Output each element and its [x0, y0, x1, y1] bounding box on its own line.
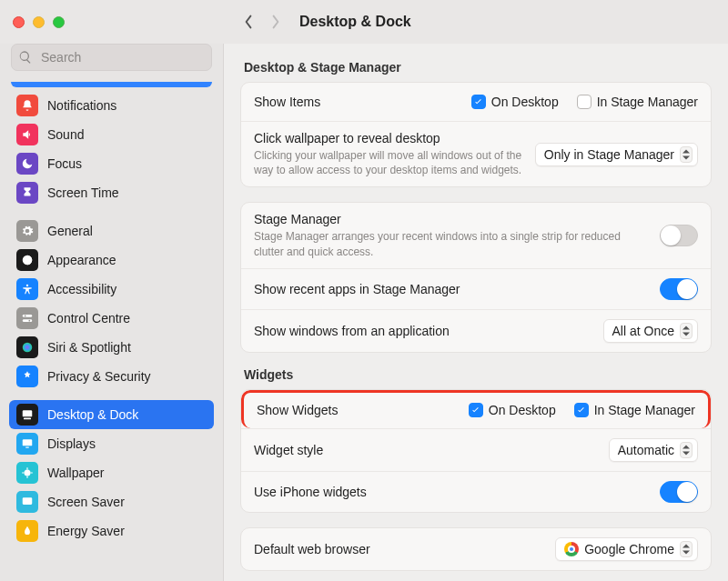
svg-rect-8 — [24, 418, 31, 420]
sidebar-item-desktop-dock[interactable]: Desktop & Dock — [9, 400, 214, 429]
sidebar-item-control-centre[interactable]: Control Centre — [9, 304, 214, 333]
svg-point-6 — [23, 343, 33, 353]
sidebar-item-siri-spotlight[interactable]: Siri & Spotlight — [9, 333, 214, 362]
row-show-widgets: Show Widgets On Desktop In Stage Manager — [241, 390, 711, 428]
bell-icon — [16, 95, 38, 116]
sidebar-item-energy-saver[interactable]: Energy Saver — [9, 516, 214, 546]
label-click-wallpaper: Click wallpaper to reveal desktop — [254, 131, 524, 145]
row-default-browser: Default web browser Google Chrome — [241, 528, 711, 570]
nav-back-button[interactable] — [236, 9, 261, 35]
sidebar-item-appearance[interactable]: Appearance — [9, 245, 214, 275]
checkbox-icon — [469, 403, 483, 417]
sidebar-item-general[interactable]: General — [9, 216, 214, 245]
chrome-icon — [564, 542, 579, 556]
toggle-stage-manager[interactable] — [660, 225, 698, 246]
card-widgets: Show Widgets On Desktop In Stage Manager… — [240, 389, 712, 513]
checkbox-show-items-stage[interactable]: In Stage Manager — [577, 95, 698, 109]
sidebar-item-label: Accessibility — [47, 282, 116, 296]
appearance-icon — [16, 249, 38, 271]
row-show-recent: Show recent apps in Stage Manager — [241, 268, 711, 309]
checkbox-icon — [471, 95, 486, 109]
speaker-icon — [16, 124, 38, 145]
sidebar-scroll[interactable]: NotificationsSoundFocusScreen TimeGenera… — [7, 76, 216, 581]
row-widget-style: Widget style Automatic — [241, 428, 711, 471]
content-area[interactable]: Desktop & Stage Manager Show Items On De… — [224, 44, 728, 581]
card-desktop-stage-1: Show Items On Desktop In Stage Manager C… — [240, 82, 712, 187]
select-default-browser[interactable]: Google Chrome — [555, 537, 698, 561]
select-value: All at Once — [612, 324, 674, 338]
card-browser: Default web browser Google Chrome — [240, 527, 712, 571]
stepper-icon — [680, 442, 693, 458]
wallpaper-icon — [16, 462, 38, 484]
svg-rect-7 — [23, 410, 33, 416]
sidebar-item-notifications[interactable]: Notifications — [9, 91, 214, 120]
sidebar-item-displays[interactable]: Displays — [9, 429, 214, 458]
sidebar-item-sound[interactable]: Sound — [9, 120, 214, 149]
svg-point-4 — [25, 316, 26, 317]
label-show-recent: Show recent apps in Stage Manager — [254, 282, 649, 296]
search-input[interactable] — [11, 44, 212, 71]
select-show-windows[interactable]: All at Once — [603, 319, 698, 343]
row-show-windows: Show windows from an application All at … — [241, 309, 711, 352]
select-value: Automatic — [618, 443, 674, 457]
sidebar-item-label: Notifications — [47, 98, 116, 113]
toggle-use-iphone-widgets[interactable] — [660, 481, 698, 503]
checkbox-show-items-desktop[interactable]: On Desktop — [471, 95, 559, 109]
svg-rect-10 — [25, 447, 29, 448]
row-stage-manager: Stage Manager Stage Manager arranges you… — [241, 203, 711, 267]
desc-stage-manager: Stage Manager arranges your recent windo… — [254, 229, 636, 258]
energy-icon — [16, 520, 38, 542]
checkbox-widgets-stage[interactable]: In Stage Manager — [574, 403, 695, 417]
svg-point-11 — [25, 470, 31, 476]
sidebar: NotificationsSoundFocusScreen TimeGenera… — [0, 44, 223, 581]
nav-forward-button[interactable] — [263, 9, 288, 35]
checkbox-label: In Stage Manager — [594, 403, 695, 417]
moon-icon — [16, 153, 38, 175]
sidebar-item-wallpaper[interactable]: Wallpaper — [9, 458, 214, 487]
svg-rect-9 — [23, 439, 33, 446]
sidebar-item-truncated[interactable] — [11, 82, 212, 87]
sidebar-item-privacy-security[interactable]: Privacy & Security — [9, 362, 214, 391]
checkbox-label: On Desktop — [491, 95, 559, 109]
sidebar-item-focus[interactable]: Focus — [9, 149, 214, 178]
sidebar-item-accessibility[interactable]: Accessibility — [9, 275, 214, 304]
checkbox-icon — [574, 403, 589, 417]
sidebar-item-label: Privacy & Security — [47, 369, 151, 384]
svg-rect-12 — [23, 497, 33, 505]
select-click-wallpaper[interactable]: Only in Stage Manager — [535, 143, 698, 166]
checkbox-widgets-desktop[interactable]: On Desktop — [469, 403, 556, 417]
svg-point-5 — [28, 320, 30, 322]
hourglass-icon — [16, 182, 38, 204]
label-show-items: Show Items — [254, 95, 460, 109]
titlebar: Desktop & Dock — [0, 0, 728, 44]
sidebar-item-label: General — [47, 224, 93, 238]
sidebar-item-label: Desktop & Dock — [47, 407, 138, 422]
sidebar-item-label: Wallpaper — [47, 466, 105, 480]
close-window-button[interactable] — [13, 16, 25, 28]
dock-icon — [16, 404, 38, 426]
sidebar-item-label: Sound — [47, 127, 84, 142]
zoom-window-button[interactable] — [53, 16, 65, 28]
gear-icon — [16, 220, 38, 242]
sidebar-group-spacer — [9, 391, 214, 400]
toggle-show-recent[interactable] — [660, 278, 698, 300]
page-title: Desktop & Dock — [299, 14, 411, 30]
siri-icon — [16, 336, 38, 358]
row-show-items: Show Items On Desktop In Stage Manager — [241, 83, 711, 121]
minimize-window-button[interactable] — [33, 16, 45, 28]
sidebar-item-label: Displays — [47, 436, 96, 451]
sidebar-item-label: Energy Saver — [47, 524, 125, 538]
desc-click-wallpaper: Clicking your wallpaper will move all wi… — [254, 148, 524, 177]
displays-icon — [16, 433, 38, 455]
sidebar-item-screen-saver[interactable]: Screen Saver — [9, 487, 214, 516]
sidebar-item-screen-time[interactable]: Screen Time — [9, 178, 214, 207]
row-click-wallpaper: Click wallpaper to reveal desktop Clicki… — [241, 121, 711, 186]
select-widget-style[interactable]: Automatic — [609, 438, 698, 462]
label-show-windows: Show windows from an application — [254, 324, 592, 338]
search-icon — [18, 50, 33, 65]
card-stage-manager: Stage Manager Stage Manager arranges you… — [240, 202, 712, 352]
label-default-browser: Default web browser — [254, 542, 544, 556]
accessibility-icon — [16, 278, 38, 300]
checkbox-label: In Stage Manager — [597, 95, 698, 109]
svg-rect-3 — [23, 319, 33, 322]
